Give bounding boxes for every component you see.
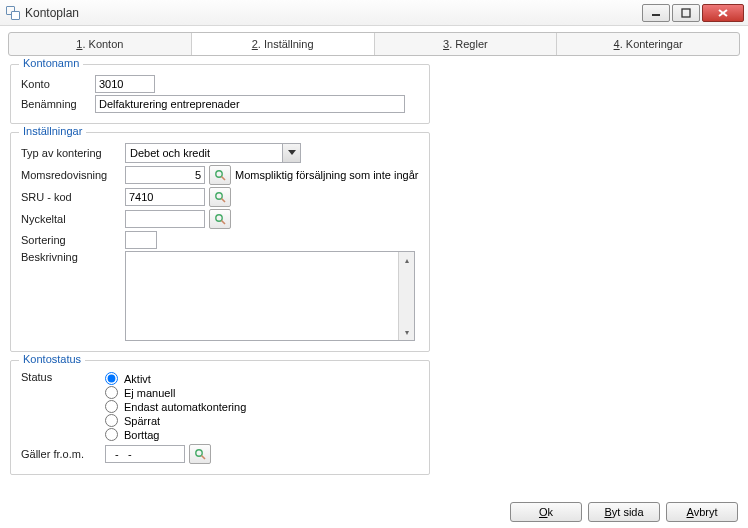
search-icon — [214, 191, 226, 203]
svg-line-10 — [222, 221, 226, 225]
radio-ej-manuell-label: Ej manuell — [124, 387, 175, 399]
svg-marker-4 — [288, 150, 296, 155]
beskrivning-textarea[interactable] — [125, 251, 415, 341]
search-icon — [214, 213, 226, 225]
window-title: Kontoplan — [25, 6, 79, 20]
radio-aktivt-label: Aktivt — [124, 373, 151, 385]
svg-point-11 — [196, 450, 202, 456]
close-button[interactable] — [702, 4, 744, 22]
app-icon — [6, 6, 20, 20]
radio-endast-auto-label: Endast automatkontering — [124, 401, 246, 413]
galler-from-input[interactable] — [105, 445, 185, 463]
tab-konton[interactable]: 1. Konton — [9, 33, 192, 55]
svg-rect-1 — [682, 9, 690, 17]
svg-point-9 — [216, 215, 222, 221]
search-icon — [194, 448, 206, 460]
footer-buttons: Ok Byt sida Avbryt — [510, 502, 738, 522]
tab-regler[interactable]: 3. Regler — [375, 33, 558, 55]
radio-borttag[interactable] — [105, 428, 118, 441]
momsredovisning-lookup-button[interactable] — [209, 165, 231, 185]
sru-lookup-button[interactable] — [209, 187, 231, 207]
label-sortering: Sortering — [21, 234, 121, 246]
byt-sida-button[interactable]: Byt sida — [588, 502, 660, 522]
nyckeltal-lookup-button[interactable] — [209, 209, 231, 229]
maximize-button[interactable] — [672, 4, 700, 22]
fieldset-installningar: Inställningar Typ av kontering Debet och… — [10, 132, 430, 352]
nyckeltal-input[interactable] — [125, 210, 205, 228]
legend-installningar: Inställningar — [19, 125, 86, 137]
legend-kontonamn: Kontonamn — [19, 57, 83, 69]
label-beskrivning: Beskrivning — [21, 251, 121, 263]
label-momsredovisning: Momsredovisning — [21, 169, 121, 181]
label-typ-kontering: Typ av kontering — [21, 147, 121, 159]
radio-ej-manuell[interactable] — [105, 386, 118, 399]
label-benamning: Benämning — [21, 98, 91, 110]
svg-line-12 — [202, 456, 206, 460]
konto-field — [95, 75, 155, 93]
tab-bar: 1. Konton 2. Inställning 3. Regler 4. Ko… — [8, 32, 740, 56]
radio-aktivt[interactable] — [105, 372, 118, 385]
ok-button[interactable]: Ok — [510, 502, 582, 522]
momsredovisning-desc: Momspliktig försäljning som inte ingår i… — [235, 169, 419, 181]
tab-konteringar[interactable]: 4. Konteringar — [557, 33, 739, 55]
fieldset-kontostatus: Kontostatus Status Aktivt Ej manuell End… — [10, 360, 430, 475]
radio-sparrat-label: Spärrat — [124, 415, 160, 427]
svg-point-7 — [216, 193, 222, 199]
svg-line-8 — [222, 199, 226, 203]
scroll-down-icon: ▾ — [399, 324, 414, 340]
label-galler-from: Gäller fr.o.m. — [21, 448, 101, 460]
avbryt-button[interactable]: Avbryt — [666, 502, 738, 522]
sortering-input[interactable] — [125, 231, 157, 249]
benamning-field — [95, 95, 405, 113]
scroll-up-icon: ▴ — [399, 252, 414, 268]
galler-from-lookup-button[interactable] — [189, 444, 211, 464]
search-icon — [214, 169, 226, 181]
radio-borttag-label: Borttag — [124, 429, 159, 441]
typ-kontering-select[interactable]: Debet och kredit — [125, 143, 301, 163]
label-nyckeltal: Nyckeltal — [21, 213, 121, 225]
svg-point-5 — [216, 171, 222, 177]
label-sru: SRU - kod — [21, 191, 121, 203]
legend-kontostatus: Kontostatus — [19, 353, 85, 365]
beskrivning-scrollbar[interactable]: ▴ ▾ — [398, 252, 414, 340]
sru-input[interactable] — [125, 188, 205, 206]
chevron-down-icon — [282, 144, 300, 162]
fieldset-kontonamn: Kontonamn Konto Benämning — [10, 64, 430, 124]
label-status: Status — [21, 371, 101, 383]
typ-kontering-value: Debet och kredit — [126, 147, 282, 159]
svg-line-6 — [222, 177, 226, 181]
window-titlebar: Kontoplan — [0, 0, 748, 26]
tab-installning[interactable]: 2. Inställning — [192, 33, 375, 55]
radio-endast-auto[interactable] — [105, 400, 118, 413]
label-konto: Konto — [21, 78, 91, 90]
momsredovisning-input[interactable] — [125, 166, 205, 184]
minimize-button[interactable] — [642, 4, 670, 22]
radio-sparrat[interactable] — [105, 414, 118, 427]
